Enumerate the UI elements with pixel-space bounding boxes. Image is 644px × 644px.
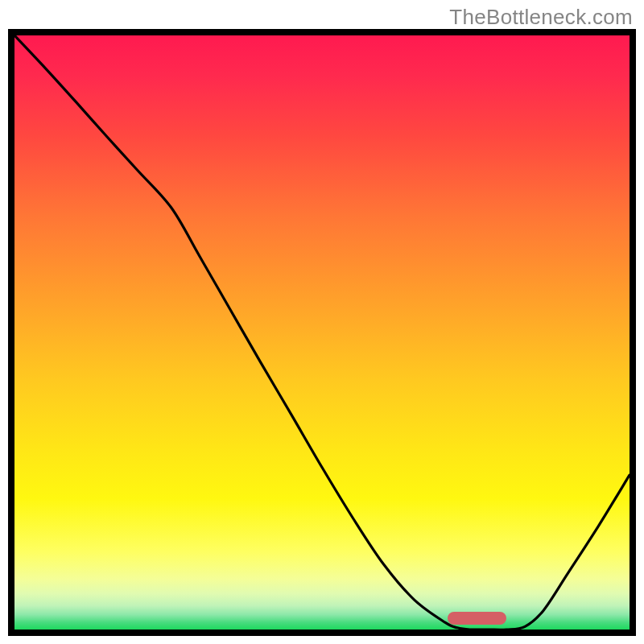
attribution-text: TheBottleneck.com — [449, 5, 633, 30]
chart-frame: TheBottleneck.com — [0, 0, 644, 644]
plot-area — [8, 29, 636, 636]
curve-path — [14, 35, 630, 630]
bottleneck-curve — [14, 35, 630, 630]
